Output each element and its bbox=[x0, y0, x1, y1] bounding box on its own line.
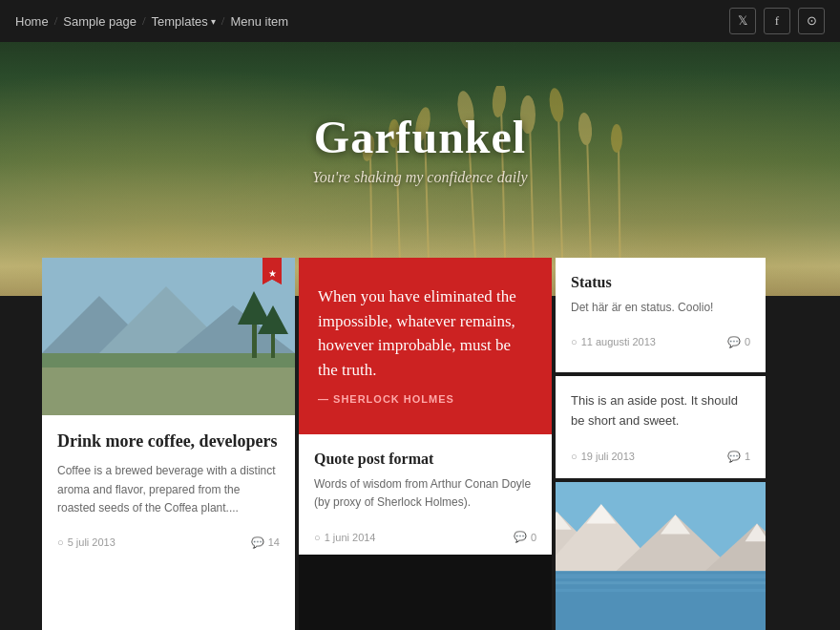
card-quote-bottom: Quote post format Words of wisdom from A… bbox=[299, 434, 552, 555]
card-quote-text: Words of wisdom from Arthur Conan Doyle … bbox=[314, 475, 536, 512]
status-text: Det här är en status. Coolio! bbox=[571, 299, 750, 317]
svg-rect-24 bbox=[252, 325, 257, 358]
landscape-svg bbox=[556, 482, 766, 630]
svg-rect-39 bbox=[556, 571, 766, 630]
nav-templates-label: Templates bbox=[152, 14, 208, 29]
hero-subtitle: You're shaking my confidence daily bbox=[312, 169, 527, 186]
card-1-text: Coffee is a brewed beverage with a disti… bbox=[57, 462, 280, 517]
card-column-2: When you have eliminated the impossible,… bbox=[299, 258, 552, 630]
comment-icon-3: 💬 bbox=[727, 336, 741, 348]
hero-title: Garfunkel bbox=[312, 111, 527, 163]
svg-rect-23 bbox=[42, 368, 295, 415]
hero-text-container: Garfunkel You're shaking my confidence d… bbox=[312, 111, 527, 186]
aside-meta: ○ 19 juli 2013 💬 1 bbox=[571, 443, 750, 463]
svg-point-7 bbox=[548, 87, 566, 123]
card-quote-date-value: 1 juni 2014 bbox=[325, 532, 376, 543]
nav-sep-2: / bbox=[142, 13, 146, 29]
cards-area: ★ Drink more coffee, developers Coffee i… bbox=[0, 258, 840, 630]
card-1-comments: 💬 14 bbox=[251, 536, 280, 549]
aside-comments-count: 1 bbox=[745, 451, 750, 462]
card-1-title: Drink more coffee, developers bbox=[57, 430, 280, 452]
aside-text: This is an aside post. It should be shor… bbox=[571, 391, 750, 431]
comment-icon-2: 💬 bbox=[514, 531, 527, 543]
status-title: Status bbox=[571, 273, 750, 293]
svg-rect-41 bbox=[556, 581, 766, 584]
nav-sep-3: / bbox=[221, 13, 225, 29]
quote-author: — Sherlock Holmes bbox=[318, 393, 533, 405]
card-red-quote: When you have eliminated the impossible,… bbox=[299, 258, 552, 434]
card-1-meta: ○ 5 juli 2013 💬 14 bbox=[57, 529, 280, 549]
card-landscape-image bbox=[556, 482, 766, 630]
card-quote-meta: ○ 1 juni 2014 💬 0 bbox=[314, 523, 536, 543]
nav-templates-dropdown[interactable]: Templates ▾ bbox=[152, 14, 216, 29]
card-aside: This is an aside post. It should be shor… bbox=[556, 376, 766, 478]
nav-sep-1: / bbox=[54, 13, 58, 29]
comment-icon: 💬 bbox=[251, 536, 264, 549]
card-image-container: ★ bbox=[42, 258, 295, 415]
nav-links: Home / Sample page / Templates ▾ / Menu … bbox=[15, 13, 288, 29]
svg-point-13 bbox=[578, 112, 594, 145]
card-quote-title: Quote post format bbox=[314, 450, 536, 470]
svg-rect-26 bbox=[271, 334, 275, 358]
col2-dark-bottom bbox=[299, 555, 552, 630]
svg-text:★: ★ bbox=[268, 268, 277, 279]
nav-home[interactable]: Home bbox=[15, 14, 49, 29]
dropdown-arrow-icon: ▾ bbox=[211, 16, 216, 27]
mountain-image bbox=[42, 258, 295, 415]
clock-icon: ○ bbox=[57, 536, 64, 548]
card-column-3: Status Det här är en status. Coolio! ○ 1… bbox=[556, 258, 766, 630]
svg-rect-42 bbox=[556, 588, 766, 591]
card-1-comments-count: 14 bbox=[268, 536, 280, 548]
status-date-value: 11 augusti 2013 bbox=[581, 336, 656, 347]
card-quote-comments: 💬 0 bbox=[514, 531, 536, 543]
facebook-icon[interactable]: f bbox=[764, 8, 790, 34]
status-comments-count: 0 bbox=[745, 336, 750, 347]
status-date: ○ 11 augusti 2013 bbox=[571, 336, 656, 347]
hero-section: Garfunkel You're shaking my confidence d… bbox=[0, 0, 840, 296]
card-1-date: ○ 5 juli 2013 bbox=[57, 536, 116, 548]
clock-icon-2: ○ bbox=[314, 532, 321, 543]
aside-comments: 💬 1 bbox=[727, 451, 750, 463]
mountain-scene-svg bbox=[42, 258, 295, 415]
card-column-1: ★ Drink more coffee, developers Coffee i… bbox=[42, 258, 295, 630]
card-1-content: Drink more coffee, developers Coffee is … bbox=[42, 415, 295, 630]
card-quote-comments-count: 0 bbox=[531, 532, 536, 543]
nav-sample-page[interactable]: Sample page bbox=[63, 14, 136, 29]
nav-menu-item[interactable]: Menu item bbox=[230, 14, 288, 29]
svg-point-15 bbox=[611, 124, 622, 153]
instagram-icon[interactable]: ⊙ bbox=[798, 8, 825, 34]
card-quote-date: ○ 1 juni 2014 bbox=[314, 532, 375, 543]
aside-date: ○ 19 juli 2013 bbox=[571, 451, 635, 462]
quote-text: When you have eliminated the impossible,… bbox=[318, 284, 533, 382]
navigation: Home / Sample page / Templates ▾ / Menu … bbox=[0, 0, 840, 42]
comment-icon-4: 💬 bbox=[727, 451, 741, 463]
status-comments: 💬 0 bbox=[727, 336, 750, 348]
clock-icon-4: ○ bbox=[571, 451, 578, 462]
status-meta: ○ 11 augusti 2013 💬 0 bbox=[571, 328, 750, 348]
card-1-date-value: 5 juli 2013 bbox=[68, 536, 116, 548]
card-status: Status Det här är en status. Coolio! ○ 1… bbox=[556, 258, 766, 372]
clock-icon-3: ○ bbox=[571, 336, 578, 347]
svg-rect-40 bbox=[556, 574, 766, 578]
twitter-icon[interactable]: 𝕏 bbox=[729, 8, 756, 34]
aside-date-value: 19 juli 2013 bbox=[581, 451, 635, 462]
social-icons: 𝕏 f ⊙ bbox=[729, 8, 825, 34]
